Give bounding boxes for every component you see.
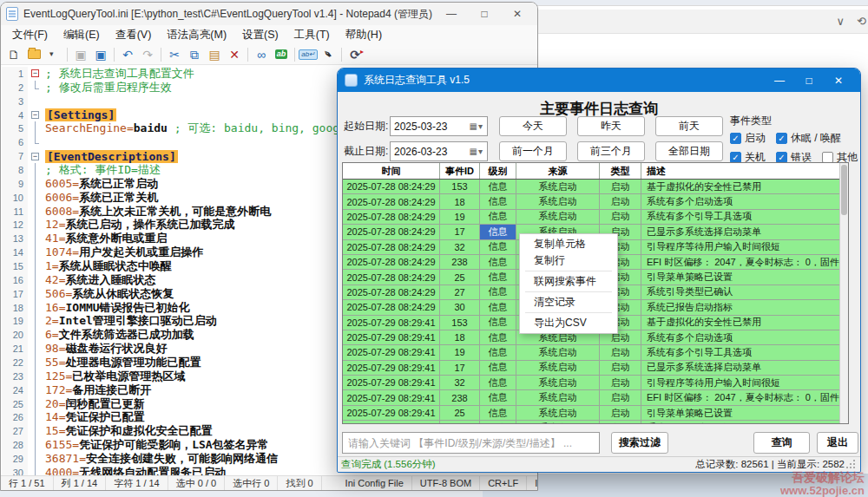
statusbar-segment[interactable]: 选中 0 / 0 [168, 476, 225, 490]
table-cell[interactable]: 信息 [480, 345, 516, 360]
table-cell[interactable]: 信息 [480, 390, 516, 405]
statusbar-segment[interactable]: INS [527, 476, 538, 490]
paste-icon[interactable]: ▤ [205, 46, 224, 63]
fold-margin[interactable] [28, 135, 43, 149]
menu-item-帮助(H)[interactable]: 帮助(H) [338, 26, 390, 44]
fold-margin[interactable] [28, 424, 43, 438]
table-cell[interactable]: 启动 [600, 180, 641, 194]
table-header-cell[interactable]: 事件ID [440, 163, 480, 179]
menu-item-查看(V)[interactable]: 查看(V) [108, 26, 160, 44]
table-cell[interactable]: 27 [440, 421, 480, 423]
fold-margin[interactable] [28, 218, 43, 232]
refresh-icon[interactable]: ⟲ [857, 15, 866, 28]
fold-margin[interactable] [28, 328, 43, 342]
table-cell[interactable]: 系统引导类型已确认 [641, 285, 839, 300]
calendar-icon[interactable]: ▦▾ [470, 121, 483, 131]
table-cell[interactable]: EFI 时区偏移： 2047，夏令时标志： 0，固件... [641, 255, 839, 270]
table-cell[interactable]: 系统启动 [516, 194, 600, 209]
table-cell[interactable]: 信息 [480, 421, 516, 423]
table-cell[interactable]: 32 [440, 240, 480, 255]
table-cell[interactable]: 2025-07-28 08:24:29 [343, 180, 440, 194]
table-row[interactable]: 2025-07-29 08:29:4127信息系统启动启动系统引导类型已确认 [343, 421, 839, 423]
fold-margin[interactable] [28, 383, 43, 397]
table-cell[interactable]: 系统引导类型已确认 [641, 421, 839, 423]
fold-marker-icon[interactable]: − [31, 153, 39, 160]
notepad-titlebar[interactable]: EventLogQueryTool.ini [E:\python_test\C#… [1, 3, 537, 25]
table-cell[interactable]: 2025-07-29 08:29:41 [343, 361, 440, 376]
fold-margin[interactable] [28, 259, 43, 273]
table-cell[interactable]: 238 [440, 390, 480, 405]
table-cell[interactable]: 信息 [480, 300, 516, 315]
fold-margin[interactable] [28, 163, 43, 177]
menu-item-编辑(E)[interactable]: 编辑(E) [56, 26, 108, 44]
table-cell[interactable]: 系统启动 [516, 390, 600, 405]
table-cell[interactable]: 2025-07-29 08:29:41 [343, 330, 440, 345]
table-cell[interactable]: 系统有多个引导工具选项 [641, 345, 839, 360]
table-cell[interactable]: 启动 [600, 345, 641, 360]
checkbox-box[interactable]: ✓ [776, 133, 787, 144]
open-folder-icon[interactable] [24, 46, 43, 63]
table-cell[interactable]: 信息 [480, 285, 516, 300]
table-cell[interactable]: 系统有多个启动选项 [641, 330, 839, 345]
delete-icon[interactable]: ✕ [225, 46, 244, 63]
table-cell[interactable]: 153 [440, 180, 480, 194]
replace-icon[interactable]: ab [272, 46, 291, 63]
table-cell[interactable]: 19 [440, 345, 480, 360]
menu-item-设置(S)[interactable]: 设置(S) [234, 26, 286, 44]
table-cell[interactable]: 已显示多系统选择启动菜单 [641, 225, 839, 239]
cut-icon[interactable]: ✂ [165, 46, 184, 63]
table-cell[interactable]: 2025-07-29 08:29:41 [343, 316, 440, 330]
table-cell[interactable]: 2025-07-28 08:24:29 [343, 240, 440, 255]
close-button[interactable]: ✕ [503, 4, 532, 23]
statusbar-segment[interactable]: 选中行 0 [225, 476, 278, 490]
table-cell[interactable]: 启动 [600, 194, 641, 209]
statusbar-segment[interactable]: CR+LF [480, 476, 527, 490]
table-cell[interactable]: 系统启动 [516, 376, 600, 390]
context-menu-item-复制行[interactable]: 复制行 [520, 252, 617, 269]
fold-margin[interactable] [28, 314, 43, 328]
fold-margin[interactable]: − [28, 108, 43, 122]
checkbox-启动[interactable]: ✓启动 [730, 131, 766, 146]
new-file-icon[interactable]: 🗋 [4, 46, 23, 63]
table-cell[interactable]: 2025-07-28 08:24:29 [343, 225, 440, 239]
quick-button-前一个月[interactable]: 前一个月 [499, 141, 567, 161]
table-cell[interactable]: 信息 [480, 361, 516, 376]
fold-margin[interactable] [28, 410, 43, 424]
table-cell[interactable]: 17 [440, 361, 480, 376]
table-row[interactable]: 2025-07-29 08:29:41238信息系统启动启动EFI 时区偏移： … [343, 390, 839, 405]
fold-margin[interactable] [28, 95, 43, 108]
table-header-cell[interactable]: 级别 [480, 163, 516, 179]
menu-item-语法高亮(M)[interactable]: 语法高亮(M) [159, 26, 234, 44]
statusbar-segment[interactable]: 行 1 / 51 [1, 476, 54, 490]
table-header-cell[interactable]: 来源 [516, 163, 600, 179]
chevron-down-icon[interactable]: ∨ [837, 15, 845, 28]
table-row[interactable]: 2025-07-28 08:24:2918信息系统启动启动系统有多个启动选项 [343, 194, 839, 209]
table-cell[interactable]: 信息 [480, 194, 516, 209]
table-cell[interactable]: 信息 [480, 316, 516, 330]
table-cell[interactable]: 系统启动 [516, 406, 600, 421]
table-cell[interactable]: 2025-07-29 08:29:41 [343, 390, 440, 405]
fold-margin[interactable] [28, 287, 43, 301]
table-cell[interactable]: 引导菜单策略已设置 [641, 270, 839, 284]
table-row[interactable]: 2025-07-29 08:29:4119信息系统启动启动系统有多个引导工具选项 [343, 345, 839, 360]
table-cell[interactable]: 信息 [480, 255, 516, 270]
fold-margin[interactable] [28, 232, 43, 245]
table-cell[interactable]: 153 [440, 316, 480, 330]
open-dropdown-icon[interactable]: ▾ [44, 46, 63, 63]
fold-margin[interactable] [28, 342, 43, 356]
search-input[interactable] [342, 432, 600, 454]
redo-icon[interactable]: ↷ [138, 46, 157, 63]
fold-margin[interactable]: − [28, 149, 43, 163]
fold-margin[interactable] [28, 397, 43, 411]
menu-item-文件(F)[interactable]: 文件(F) [4, 26, 56, 44]
checkbox-休眠 / 唤醒[interactable]: ✓休眠 / 唤醒 [776, 131, 841, 146]
table-cell[interactable]: 引导程序等待用户输入时间很短 [641, 376, 839, 390]
table-cell[interactable]: 17 [440, 225, 480, 239]
table-header-cell[interactable]: 描述 [641, 163, 839, 179]
copy-icon[interactable]: ⧉ [185, 46, 204, 63]
table-cell[interactable]: 启动 [600, 361, 641, 376]
table-cell[interactable]: 系统启动 [516, 361, 600, 376]
table-cell[interactable]: 信息 [480, 225, 516, 239]
table-cell[interactable]: 2025-07-29 08:29:41 [343, 376, 440, 390]
table-cell[interactable]: 27 [440, 285, 480, 300]
